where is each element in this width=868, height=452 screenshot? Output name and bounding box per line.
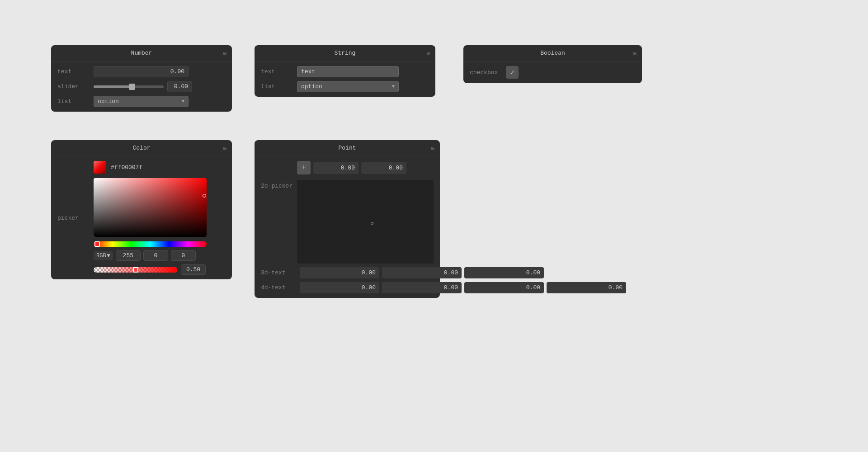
color-panel-icon: ⊞ [223,145,226,151]
boolean-panel-title: Boolean [540,50,565,56]
number-list-dropdown[interactable]: option ▼ [94,96,189,107]
color-hex-row: #ff00007f [94,161,226,174]
point-3d-row: 3d-text [261,267,434,278]
string-list-row: list option ▼ [261,81,429,92]
color-panel-body: picker #ff00007f [51,156,232,279]
point-4d-x[interactable] [300,282,379,293]
string-text-row: text [261,66,429,77]
boolean-checkbox-label: checkbox [470,69,506,76]
boolean-checkbox-container: ✓ [506,66,519,79]
rgb-row: RGB ▼ [94,250,226,261]
number-slider-container [94,81,226,92]
string-dropdown-arrow: ▼ [392,84,395,89]
boolean-panel-header: Boolean ⊞ [463,45,642,61]
red-input[interactable] [116,250,141,261]
color-gradient-overlay [94,178,207,237]
number-list-value: option [98,98,119,105]
color-panel-title: Color [132,145,150,151]
alpha-slider[interactable] [94,267,177,273]
point-4d-z[interactable] [464,282,544,293]
number-slider-value[interactable] [167,81,192,92]
point-2d-dot [371,222,373,225]
boolean-panel-icon: ⊞ [633,50,637,56]
number-panel: Number ⊞ text slider list option ▼ [51,45,232,112]
color-picker-label: picker [57,215,94,221]
number-slider-thumb[interactable] [129,84,135,90]
point-panel-icon: ⊞ [431,145,434,151]
hue-slider[interactable] [94,241,207,247]
point-panel-title: Point [338,145,356,151]
alpha-row [94,264,226,275]
number-slider-label: slider [57,83,94,90]
string-list-dropdown[interactable]: option ▼ [297,81,399,92]
green-input[interactable] [143,250,168,261]
color-hex-value: #ff00007f [111,164,142,171]
point-y-input[interactable] [361,162,406,174]
color-controls: #ff00007f RGB ▼ [94,161,226,275]
point-3d-label: 3d-text [261,269,297,276]
boolean-panel: Boolean ⊞ checkbox ✓ [463,45,642,83]
number-slider-row: slider [57,81,226,92]
point-4d-y[interactable] [382,282,462,293]
number-text-label: text [57,68,94,75]
hue-slider-thumb [94,241,100,247]
string-panel-header: String ⊞ [255,45,435,61]
point-panel-body: + 2d-picker 3d-text 4d-text [255,156,440,298]
number-list-row: list option ▼ [57,96,226,107]
string-list-label: list [261,83,297,90]
point-3d-x[interactable] [300,267,379,278]
string-text-label: text [261,68,297,75]
color-panel-header: Color ⊞ [51,140,232,156]
point-panel-header: Point ⊞ [255,140,440,156]
alpha-value-input[interactable] [181,264,206,275]
number-panel-header: Number ⊞ [51,45,232,61]
point-3d-z[interactable] [464,267,544,278]
string-panel-title: String [335,50,356,56]
point-2d-label: 2d-picker [261,183,297,189]
point-4d-label: 4d-text [261,284,297,291]
number-slider-fill [94,85,132,88]
point-x-input[interactable] [313,162,359,174]
color-picker-crosshair [203,194,206,198]
string-list-value: option [301,83,322,90]
alpha-slider-thumb [133,267,138,273]
color-gradient-picker[interactable] [94,178,207,237]
number-dropdown-arrow: ▼ [182,99,184,104]
boolean-checkbox-row: checkbox ✓ [470,66,636,79]
rgb-mode-selector[interactable]: RGB ▼ [94,251,113,260]
point-4d-row: 4d-text [261,282,434,293]
number-text-input[interactable] [94,66,189,77]
rgb-dropdown-arrow: ▼ [107,253,110,259]
boolean-panel-body: checkbox ✓ [463,61,642,83]
number-slider-track[interactable] [94,85,164,88]
color-swatch[interactable] [94,161,106,174]
number-panel-title: Number [131,50,152,56]
boolean-checkbox[interactable]: ✓ [506,66,519,79]
point-2d-canvas[interactable] [297,180,434,264]
string-panel: String ⊞ text list option ▼ [255,45,435,97]
string-panel-icon: ⊞ [427,50,430,56]
point-3d-y[interactable] [382,267,462,278]
blue-input[interactable] [171,250,196,261]
rgb-label-text: RGB [96,253,106,259]
point-panel: Point ⊞ + 2d-picker 3d-text [255,140,440,298]
point-top-controls: + [297,161,406,174]
number-panel-body: text slider list option ▼ [51,61,232,112]
number-text-row: text [57,66,226,77]
checkmark-icon: ✓ [510,68,514,77]
number-panel-icon: ⊞ [223,50,226,56]
string-text-input[interactable] [297,66,399,77]
string-panel-body: text list option ▼ [255,61,435,97]
number-list-label: list [57,98,94,105]
color-panel: Color ⊞ picker #ff00007f [51,140,232,279]
point-4d-w[interactable] [547,282,626,293]
point-add-button[interactable]: + [297,161,311,174]
